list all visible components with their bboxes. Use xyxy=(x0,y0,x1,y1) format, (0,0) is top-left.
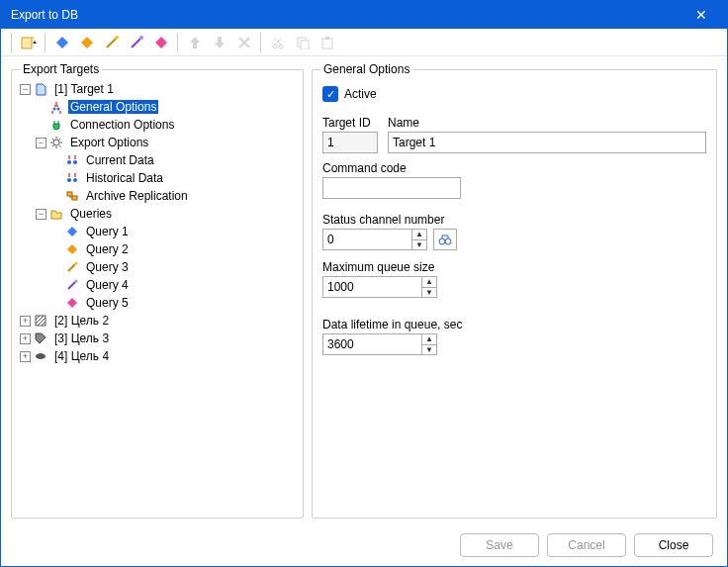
export-targets-panel: Export Targets − [1] Target 1 General Op… xyxy=(11,62,304,519)
tree-node-general-options[interactable]: General Options xyxy=(20,98,295,116)
svg-rect-10 xyxy=(325,37,329,40)
copy-icon[interactable] xyxy=(292,32,314,53)
new-dropdown-button[interactable] xyxy=(18,32,40,53)
tree-node-query-1[interactable]: Query 1 xyxy=(20,223,295,240)
max-queue-field[interactable] xyxy=(322,276,421,298)
spin-up-icon[interactable]: ▲ xyxy=(422,277,436,287)
collapse-icon[interactable]: − xyxy=(20,84,31,95)
lifetime-stepper[interactable]: ▲▼ xyxy=(322,333,706,355)
collapse-icon[interactable]: − xyxy=(36,138,46,148)
svg-rect-9 xyxy=(322,39,332,48)
browse-channel-button[interactable] xyxy=(433,229,457,250)
svg-rect-18 xyxy=(67,192,72,196)
export-targets-title: Export Targets xyxy=(20,62,102,76)
tree-node-target-3[interactable]: +[3] Цель 3 xyxy=(20,330,295,347)
status-channel-field[interactable] xyxy=(322,229,411,250)
wand-orange-icon[interactable] xyxy=(101,32,123,53)
active-checkbox[interactable]: ✓ Active xyxy=(322,86,706,102)
move-down-icon[interactable] xyxy=(209,32,230,53)
svg-line-20 xyxy=(68,264,75,271)
tree-node-archive-replication[interactable]: Archive Replication xyxy=(20,187,295,205)
svg-point-12 xyxy=(57,108,60,111)
expand-icon[interactable]: + xyxy=(20,333,31,344)
move-up-icon[interactable] xyxy=(184,32,206,53)
delete-icon[interactable] xyxy=(233,32,255,53)
tree-node-query-2[interactable]: Query 2 xyxy=(20,240,295,258)
target-id-label: Target ID xyxy=(322,116,378,130)
dialog-footer: Save Cancel Close xyxy=(1,524,727,566)
svg-point-21 xyxy=(75,262,78,265)
toolbar xyxy=(1,29,727,56)
svg-point-23 xyxy=(75,280,78,283)
svg-line-3 xyxy=(132,39,140,47)
svg-point-11 xyxy=(53,108,56,111)
tree-node-queries[interactable]: − Queries xyxy=(20,205,295,223)
lifetime-label: Data lifetime in queue, sec xyxy=(322,318,706,331)
wand-purple-icon[interactable] xyxy=(126,32,147,53)
tree-node-query-3[interactable]: Query 3 xyxy=(20,258,295,276)
gear-icon xyxy=(48,135,64,150)
status-channel-stepper[interactable]: ▲▼ xyxy=(322,229,427,250)
tree-node-historical-data[interactable]: Historical Data xyxy=(20,169,295,187)
command-code-field[interactable] xyxy=(322,177,461,199)
data-icon xyxy=(64,152,80,168)
active-label: Active xyxy=(344,87,377,101)
diamond-pink-icon[interactable] xyxy=(150,32,172,53)
svg-point-4 xyxy=(139,36,143,40)
svg-rect-24 xyxy=(36,316,46,326)
tree-node-export-options[interactable]: − Export Options xyxy=(20,134,295,151)
tree-node-connection-options[interactable]: Connection Options xyxy=(20,116,295,134)
general-options-title: General Options xyxy=(320,62,412,76)
name-label: Name xyxy=(388,116,706,130)
tree-node-query-5[interactable]: Query 5 xyxy=(20,294,295,312)
svg-point-26 xyxy=(439,238,445,244)
name-field[interactable] xyxy=(388,132,706,153)
close-button[interactable]: Close xyxy=(634,533,713,557)
wand-orange-icon xyxy=(64,259,80,275)
expand-icon[interactable]: + xyxy=(20,316,31,327)
save-button[interactable]: Save xyxy=(460,533,539,557)
diamond-orange-icon xyxy=(64,241,80,257)
svg-line-22 xyxy=(68,282,75,289)
spin-up-icon[interactable]: ▲ xyxy=(412,230,426,239)
svg-point-27 xyxy=(445,238,451,244)
close-icon[interactable]: ✕ xyxy=(682,7,721,23)
oval-icon xyxy=(33,348,48,364)
window-title: Export to DB xyxy=(11,8,682,22)
target-id-field xyxy=(322,132,378,153)
max-queue-label: Maximum queue size xyxy=(322,260,706,274)
paste-icon[interactable] xyxy=(317,32,338,53)
svg-point-17 xyxy=(73,178,77,182)
titlebar: Export to DB ✕ xyxy=(1,1,727,29)
spin-down-icon[interactable]: ▼ xyxy=(422,287,436,298)
data-icon xyxy=(64,170,80,186)
command-code-label: Command code xyxy=(322,161,706,175)
tree-node-target-1[interactable]: − [1] Target 1 xyxy=(20,80,295,98)
status-channel-label: Status channel number xyxy=(322,213,706,227)
svg-point-2 xyxy=(115,36,119,40)
targets-tree[interactable]: − [1] Target 1 General Options Connectio… xyxy=(20,80,295,365)
spin-up-icon[interactable]: ▲ xyxy=(422,334,436,344)
tree-node-query-4[interactable]: Query 4 xyxy=(20,276,295,294)
max-queue-stepper[interactable]: ▲▼ xyxy=(322,276,437,298)
hatch-icon xyxy=(33,313,48,329)
lifetime-field[interactable] xyxy=(322,333,421,355)
spin-down-icon[interactable]: ▼ xyxy=(422,344,436,355)
tree-node-target-4[interactable]: +[4] Цель 4 xyxy=(20,347,295,365)
replication-icon xyxy=(64,188,80,204)
tree-node-current-data[interactable]: Current Data xyxy=(20,151,295,169)
diamond-blue-icon xyxy=(64,224,80,239)
svg-point-16 xyxy=(67,178,71,182)
cut-icon[interactable] xyxy=(267,32,289,53)
svg-point-5 xyxy=(273,45,277,48)
svg-line-1 xyxy=(107,39,116,47)
expand-icon[interactable]: + xyxy=(20,351,31,362)
svg-rect-8 xyxy=(301,41,309,49)
tree-node-target-2[interactable]: +[2] Цель 2 xyxy=(20,312,295,330)
wand-purple-icon xyxy=(64,277,80,293)
collapse-icon[interactable]: − xyxy=(36,209,46,220)
spin-down-icon[interactable]: ▼ xyxy=(412,239,426,250)
diamond-blue-icon[interactable] xyxy=(51,32,73,53)
cancel-button[interactable]: Cancel xyxy=(547,533,626,557)
diamond-orange-icon[interactable] xyxy=(76,32,98,53)
